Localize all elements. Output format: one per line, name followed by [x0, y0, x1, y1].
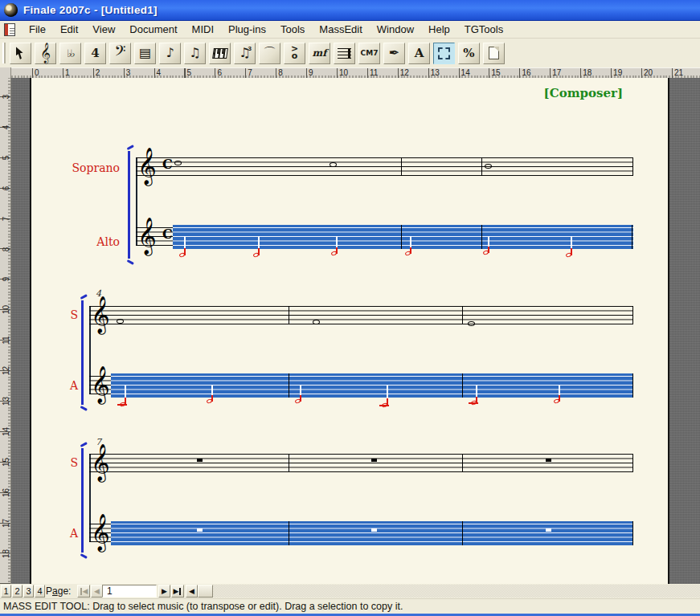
half-note[interactable] [404, 251, 411, 256]
menu-item-document[interactable]: Document [122, 22, 184, 37]
treble-clef-icon: 𝄞 [91, 298, 110, 330]
v-ruler-number: 12 [2, 365, 10, 377]
half-note[interactable] [565, 252, 571, 258]
measure-tool-button[interactable]: ▤ [134, 43, 156, 64]
key-signature-tool-button[interactable]: ♭♭ [59, 43, 81, 64]
expression-tool-button[interactable]: mf [309, 43, 330, 64]
simple-entry-tool-button[interactable]: ♪ [159, 43, 181, 64]
selection-highlight[interactable] [111, 521, 633, 545]
soprano-staff-3[interactable]: 𝄞 [89, 454, 633, 472]
finale-window: Finale 2007c - [Untitled1] FileEditViewD… [0, 0, 700, 616]
document-icon[interactable] [4, 23, 15, 36]
whole-rest[interactable] [371, 528, 377, 532]
scroll-left-button[interactable]: ◀ [186, 585, 198, 598]
whole-rest[interactable] [197, 459, 203, 462]
articulation-tool-button[interactable]: >o [284, 43, 305, 64]
repeat-tool-button[interactable] [334, 43, 355, 64]
tuplet-tool-button[interactable]: ♫3 [234, 43, 256, 64]
whole-rest[interactable] [371, 459, 377, 462]
treble-clef-icon: 𝄞 [137, 149, 157, 182]
title-bar[interactable]: Finale 2007c - [Untitled1] [0, 0, 700, 21]
half-note[interactable] [206, 398, 212, 404]
half-note[interactable] [178, 252, 185, 258]
horizontal-scrollbar-track[interactable] [198, 585, 700, 598]
whole-note[interactable] [174, 161, 182, 165]
whole-note[interactable] [485, 164, 492, 169]
menu-item-window[interactable]: Window [370, 22, 421, 37]
menu-item-massedit[interactable]: MassEdit [312, 22, 369, 37]
toolbar-buttons: 𝄞♭♭4𝄢▤♪♫♫3⌒>omfCM7✒A% [10, 43, 508, 64]
resize-tool-button[interactable]: % [458, 43, 480, 64]
whole-note[interactable] [468, 321, 475, 326]
menu-item-edit[interactable]: Edit [53, 22, 85, 37]
soprano-staff-2[interactable]: 𝄞 [89, 306, 633, 324]
menu-item-midi[interactable]: MIDI [185, 22, 221, 37]
composer-text[interactable]: [Composer] [544, 86, 623, 100]
toolbar-grip[interactable] [2, 43, 6, 63]
last-page-button[interactable]: ▶ [171, 585, 184, 598]
half-note[interactable] [470, 400, 477, 406]
whole-note[interactable] [117, 319, 124, 324]
menu-item-plug-ins[interactable]: Plug-ins [221, 22, 273, 37]
chord-tool-button[interactable]: CM7 [358, 43, 380, 64]
speedy-entry-tool-button[interactable]: ♫ [184, 43, 206, 64]
page-layout-tool-button[interactable] [483, 43, 505, 64]
soprano-staff-1[interactable]: 𝄞 C [136, 157, 633, 176]
h-ruler-number: 13 [431, 68, 440, 77]
menu-item-file[interactable]: File [22, 22, 53, 37]
view-preset-button-3[interactable]: 3 [23, 585, 34, 598]
view-preset-button-1[interactable]: 1 [1, 585, 11, 598]
accent-icon: >o [291, 46, 298, 60]
clef-tool-button[interactable]: 𝄢 [109, 43, 131, 64]
h-ruler-number: 15 [492, 68, 501, 77]
selection-tool-button[interactable] [10, 43, 31, 64]
page-label-part: a [52, 585, 58, 597]
selection-highlight[interactable] [173, 225, 633, 249]
staff-label-soprano[interactable]: Soprano [63, 161, 120, 174]
staff-label-alto[interactable]: Alto [63, 235, 120, 248]
score-page[interactable]: [Composer] Soprano Alto 𝄞 C 𝄞 [30, 78, 669, 584]
horizontal-scrollbar-thumb[interactable] [198, 585, 213, 598]
staff-tool-button[interactable]: 𝄞 [35, 43, 56, 64]
text-tool-button[interactable]: A [408, 43, 430, 64]
menu-item-tgtools[interactable]: TGTools [457, 22, 510, 37]
common-time-signature[interactable]: C [162, 158, 173, 171]
half-note[interactable] [330, 251, 337, 256]
staff-label-s[interactable]: S [59, 456, 78, 469]
page-number-input[interactable] [102, 585, 157, 598]
cursor-arrow-icon [16, 47, 26, 59]
next-page-button[interactable]: ▶ [158, 585, 170, 598]
piano-keyboard-icon [212, 48, 228, 59]
half-note[interactable] [482, 250, 489, 255]
staff-label-s[interactable]: S [59, 308, 78, 321]
staff-label-a[interactable]: A [59, 527, 78, 540]
smart-shape-tool-button[interactable]: ⌒ [259, 43, 280, 64]
half-note[interactable] [294, 398, 301, 404]
half-note[interactable] [553, 398, 559, 404]
whole-note[interactable] [313, 320, 320, 324]
whole-rest[interactable] [546, 528, 551, 532]
lyrics-tool-button[interactable]: ✒ [383, 43, 405, 64]
whole-rest[interactable] [197, 528, 203, 532]
h-ruler-number: 8 [278, 68, 283, 77]
menu-item-help[interactable]: Help [421, 22, 457, 37]
view-preset-button-4[interactable]: 4 [35, 585, 45, 598]
mezzo-forte-icon: mf [313, 48, 327, 58]
first-page-button[interactable]: ◀ [77, 585, 90, 598]
whole-rest[interactable] [546, 459, 551, 462]
menu-item-tools[interactable]: Tools [273, 22, 312, 37]
whole-note[interactable] [330, 162, 337, 167]
mass-edit-tool-button[interactable] [433, 43, 455, 64]
time-signature-tool-button[interactable]: 4 [84, 43, 106, 64]
selection-highlight[interactable] [111, 373, 633, 398]
barline [462, 306, 463, 324]
menu-item-view[interactable]: View [85, 22, 122, 37]
half-note[interactable] [381, 402, 387, 408]
half-note[interactable] [119, 402, 125, 407]
view-preset-button-2[interactable]: 2 [12, 585, 23, 598]
common-time-signature[interactable]: C [162, 228, 173, 241]
staff-label-a[interactable]: A [59, 379, 78, 392]
hyperscribe-tool-button[interactable] [209, 43, 231, 64]
half-note[interactable] [252, 252, 259, 258]
previous-page-button[interactable]: ◀ [91, 585, 103, 598]
